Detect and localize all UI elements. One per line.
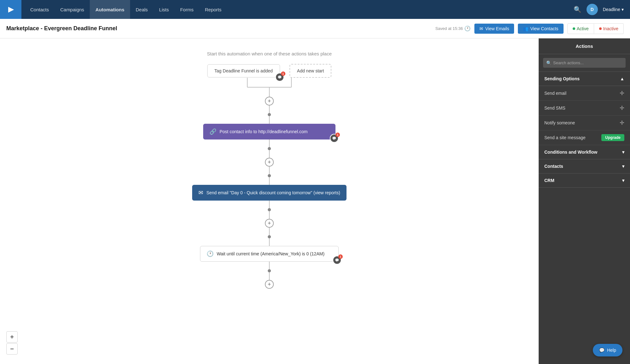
help-icon: 💬 xyxy=(599,348,604,353)
inactive-dot xyxy=(599,27,602,30)
action-notify-someone[interactable]: Notify someone ✛ xyxy=(539,116,630,130)
start-node-add[interactable]: Add new start xyxy=(289,64,332,78)
vert-line-1 xyxy=(269,105,270,113)
nav-item-reports[interactable]: Reports xyxy=(199,0,227,19)
vert-line-10 xyxy=(269,238,270,246)
action-send-email[interactable]: Send email ✛ xyxy=(539,86,630,101)
zoom-controls: + − xyxy=(6,331,18,355)
active-dot xyxy=(573,27,575,30)
search-icon-inner: 🔍 xyxy=(546,60,552,65)
action-send-site-message[interactable]: Send a site message Upgrade xyxy=(539,130,630,145)
chevron-down-icon-contacts: ▾ xyxy=(622,164,624,169)
contacts-icon: 👥 xyxy=(523,26,528,31)
nav-item-automations[interactable]: Automations xyxy=(90,0,130,19)
comment-badge-1: 1 xyxy=(281,71,285,76)
vert-line-3 xyxy=(269,139,270,147)
search-input[interactable] xyxy=(543,58,626,68)
add-icon-send-email[interactable]: ✛ xyxy=(620,90,624,97)
comment-button-2[interactable]: 💬 1 xyxy=(330,134,339,143)
comment-button-1[interactable]: 💬 1 xyxy=(275,73,284,82)
action-send-sms[interactable]: Send SMS ✛ xyxy=(539,101,630,116)
connector-dot-2 xyxy=(268,147,271,150)
canvas-subtitle: Start this automation when one of these … xyxy=(207,51,332,56)
search-icon[interactable]: 🔍 xyxy=(574,6,581,13)
upgrade-button[interactable]: Upgrade xyxy=(601,134,624,141)
vert-line-12 xyxy=(269,272,270,280)
zoom-in-button[interactable]: + xyxy=(6,331,18,343)
node-send-email[interactable]: ✉ Send email "Day 0 - Quick discount com… xyxy=(192,185,346,201)
nav-item-forms[interactable]: Forms xyxy=(175,0,199,19)
section-contacts[interactable]: Contacts ▾ xyxy=(539,159,630,173)
vert-line-5 xyxy=(269,167,270,174)
nav-items: Contacts Campaigns Automations Deals Lis… xyxy=(21,0,574,19)
chevron-down-icon-crm: ▾ xyxy=(622,178,624,183)
chevron-up-icon: ▲ xyxy=(620,76,624,81)
subheader: Marketplace - Evergreen Deadline Funnel … xyxy=(0,19,630,38)
clock-icon: 🕐 xyxy=(207,250,214,257)
help-button[interactable]: 💬 Help xyxy=(593,344,622,356)
history-icon[interactable]: 🕐 xyxy=(464,26,471,31)
node-post-contact[interactable]: 🔗 Post contact info to http://deadlinefu… xyxy=(203,124,335,139)
comment-button-3[interactable]: 💬 1 xyxy=(333,256,341,264)
vert-line-9 xyxy=(269,228,270,235)
panel-header: Actions xyxy=(539,38,630,54)
flow-step-4: + xyxy=(265,262,274,289)
search-wrapper: 🔍 xyxy=(543,58,626,68)
add-node-button-4[interactable]: + xyxy=(265,280,274,289)
logo-icon: ▶ xyxy=(8,5,14,14)
node-wait[interactable]: 🕐 Wait until current time (America/New_Y… xyxy=(200,246,339,262)
email-node-icon: ✉ xyxy=(198,189,203,196)
user-menu[interactable]: Deadline ▾ xyxy=(603,7,624,12)
section-sending-options[interactable]: Sending Options ▲ xyxy=(539,72,630,86)
view-contacts-button[interactable]: 👥 View Contacts xyxy=(518,24,563,34)
add-icon-notify[interactable]: ✛ xyxy=(620,119,624,126)
connector-dot-6 xyxy=(268,269,271,272)
right-panel: Actions 🔍 Sending Options ▲ Send email ✛… xyxy=(539,38,630,364)
add-icon-send-sms[interactable]: ✛ xyxy=(620,105,624,111)
add-node-button-3[interactable]: + xyxy=(265,219,274,228)
connector-dot-3 xyxy=(268,174,271,177)
section-crm[interactable]: CRM ▾ xyxy=(539,173,630,188)
blue-node-wrapper: ✉ Send email "Day 0 - Quick discount com… xyxy=(192,185,346,201)
nav-item-deals[interactable]: Deals xyxy=(130,0,153,19)
canvas-content: Start this automation when one of these … xyxy=(0,38,539,301)
connector-dot-1 xyxy=(268,113,271,116)
section-sending-options-content: Send email ✛ Send SMS ✛ Notify someone ✛… xyxy=(539,86,630,145)
flow-step-1: + xyxy=(265,97,274,124)
flow-step-2: + xyxy=(265,139,274,185)
vert-line-4 xyxy=(269,150,270,158)
section-conditions-workflow[interactable]: Conditions and Workflow ▾ xyxy=(539,145,630,159)
nav-right: 🔍 D Deadline ▾ xyxy=(574,4,630,15)
connector-dot-4 xyxy=(268,208,271,211)
add-node-button-2[interactable]: + xyxy=(265,158,274,167)
zoom-out-button[interactable]: − xyxy=(6,343,18,355)
main-layout: Start this automation when one of these … xyxy=(0,38,630,364)
add-node-button-1[interactable]: + xyxy=(265,97,274,105)
view-emails-button[interactable]: ✉ View Emails xyxy=(474,24,514,34)
saved-status: Saved at 15:36 🕐 xyxy=(435,26,471,31)
page-title: Marketplace - Evergreen Deadline Funnel xyxy=(6,25,432,32)
fork-svg xyxy=(216,78,323,97)
comment-badge-3: 1 xyxy=(338,254,343,259)
nav-item-contacts[interactable]: Contacts xyxy=(25,0,54,19)
nav-logo[interactable]: ▶ xyxy=(0,0,21,19)
vert-line-11 xyxy=(269,262,270,269)
purple-node-wrapper: 🔗 Post contact info to http://deadlinefu… xyxy=(203,124,335,139)
chevron-down-icon: ▾ xyxy=(621,7,624,12)
active-button[interactable]: Active xyxy=(567,23,594,34)
nav-item-lists[interactable]: Lists xyxy=(153,0,175,19)
vert-line-8 xyxy=(269,211,270,219)
chevron-down-icon-cw: ▾ xyxy=(622,150,624,155)
start-nodes-row: Tag Deadline Funnel is added 💬 1 Add new… xyxy=(207,64,332,78)
nav-item-campaigns[interactable]: Campaigns xyxy=(54,0,90,19)
inactive-button[interactable]: Inactive xyxy=(594,23,624,34)
vert-line-7 xyxy=(269,201,270,208)
flow-step-3: + xyxy=(265,201,274,246)
canvas-area[interactable]: Start this automation when one of these … xyxy=(0,38,539,364)
start-node-tag[interactable]: Tag Deadline Funnel is added 💬 1 xyxy=(207,64,280,77)
connector-dot-5 xyxy=(268,235,271,238)
comment-badge-2: 1 xyxy=(335,133,340,137)
vert-line-6 xyxy=(269,177,270,185)
search-actions-container: 🔍 xyxy=(539,54,630,72)
avatar[interactable]: D xyxy=(587,4,598,15)
